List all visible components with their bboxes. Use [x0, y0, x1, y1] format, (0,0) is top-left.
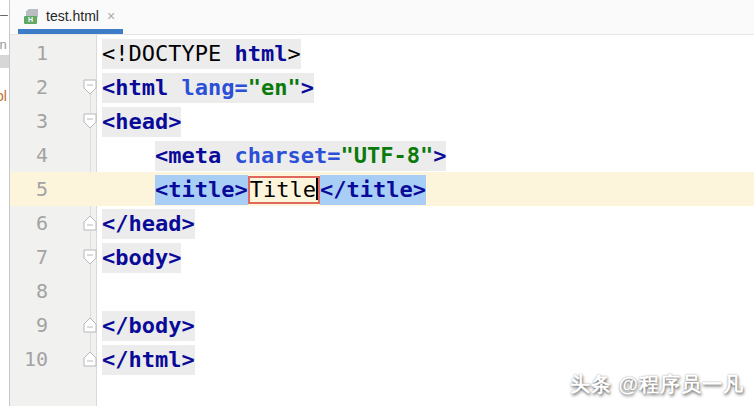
cropped-left-panel: – In ol	[0, 0, 10, 406]
code-line: 7<body>	[10, 240, 754, 274]
code-token: >	[287, 39, 300, 69]
fold-gutter	[54, 172, 98, 206]
ide-window: H test.html × 1<!DOCTYPE html>2<html lan…	[10, 0, 754, 406]
line-number: 10	[10, 342, 54, 376]
code-token	[102, 141, 155, 171]
fold-marker-icon[interactable]	[54, 308, 98, 342]
code-token: charset=	[234, 141, 340, 171]
code-line: 4 <meta charset="UTF-8">	[10, 138, 754, 172]
tab-label: test.html	[46, 8, 99, 24]
active-tab-indicator	[18, 29, 123, 34]
code-token: >	[301, 73, 314, 103]
code-token: <meta	[155, 141, 221, 171]
code-token	[102, 175, 155, 205]
code-token: </head>	[102, 209, 195, 239]
code-editor[interactable]: 1<!DOCTYPE html>2<html lang="en">3<head>…	[10, 35, 754, 406]
code-token: </body>	[102, 311, 195, 341]
code-text[interactable]: <head>	[98, 104, 754, 138]
code-text[interactable]: <body>	[98, 240, 754, 274]
code-token: </html>	[102, 345, 195, 375]
code-token: >	[433, 141, 446, 171]
code-lines: 1<!DOCTYPE html>2<html lang="en">3<head>…	[10, 36, 754, 376]
line-number: 8	[10, 274, 54, 308]
code-text[interactable]: <!DOCTYPE html>	[98, 36, 754, 70]
fold-marker-icon[interactable]	[54, 104, 98, 138]
line-number: 4	[10, 138, 54, 172]
code-token: <!DOCTYPE	[102, 39, 234, 69]
fold-gutter	[54, 138, 98, 172]
line-number: 2	[10, 70, 54, 104]
code-line: 6</head>	[10, 206, 754, 240]
code-token: </title>	[320, 175, 426, 205]
watermark: 头条 @程序员一凡	[570, 371, 744, 398]
cropped-text-bottom: ol	[0, 88, 7, 104]
editor-tab-bar: H test.html ×	[10, 0, 754, 35]
code-token: <html	[102, 73, 168, 103]
code-text[interactable]: <html lang="en">	[98, 70, 754, 104]
code-text[interactable]: <meta charset="UTF-8">	[98, 138, 754, 172]
cropped-dash: –	[0, 6, 8, 22]
code-text[interactable]: <title>Title</title>	[98, 172, 754, 206]
code-line: 1<!DOCTYPE html>	[10, 36, 754, 70]
code-token: "en"	[248, 73, 301, 103]
code-token: lang=	[181, 73, 247, 103]
line-number: 5	[10, 172, 54, 206]
code-token	[168, 73, 181, 103]
code-token: <body>	[102, 243, 181, 273]
code-token: html	[234, 39, 287, 69]
code-line: 9</body>	[10, 308, 754, 342]
code-text[interactable]: </body>	[98, 308, 754, 342]
code-token: <title>	[155, 175, 248, 205]
html-file-icon: H	[24, 8, 40, 24]
close-icon[interactable]: ×	[107, 9, 115, 23]
code-text[interactable]: </head>	[98, 206, 754, 240]
fold-marker-icon[interactable]	[54, 206, 98, 240]
code-token: <head>	[102, 107, 181, 137]
code-line: 2<html lang="en">	[10, 70, 754, 104]
cropped-text-top: In	[0, 37, 7, 52]
cropped-selection-bar	[0, 55, 9, 68]
code-line: 3<head>	[10, 104, 754, 138]
code-line: 8	[10, 274, 754, 308]
fold-gutter	[54, 36, 98, 70]
fold-marker-icon[interactable]	[54, 70, 98, 104]
text-caret	[316, 178, 318, 200]
fold-gutter	[54, 274, 98, 308]
line-number: 9	[10, 308, 54, 342]
line-number: 1	[10, 36, 54, 70]
fold-marker-icon[interactable]	[54, 342, 98, 376]
code-token: "UTF-8"	[340, 141, 433, 171]
line-number: 7	[10, 240, 54, 274]
line-number: 6	[10, 206, 54, 240]
line-number: 3	[10, 104, 54, 138]
code-text[interactable]	[98, 274, 754, 308]
code-line: 5 <title>Title</title>	[10, 172, 754, 206]
live-template-field: Title	[248, 176, 320, 204]
fold-marker-icon[interactable]	[54, 240, 98, 274]
code-token	[221, 141, 234, 171]
